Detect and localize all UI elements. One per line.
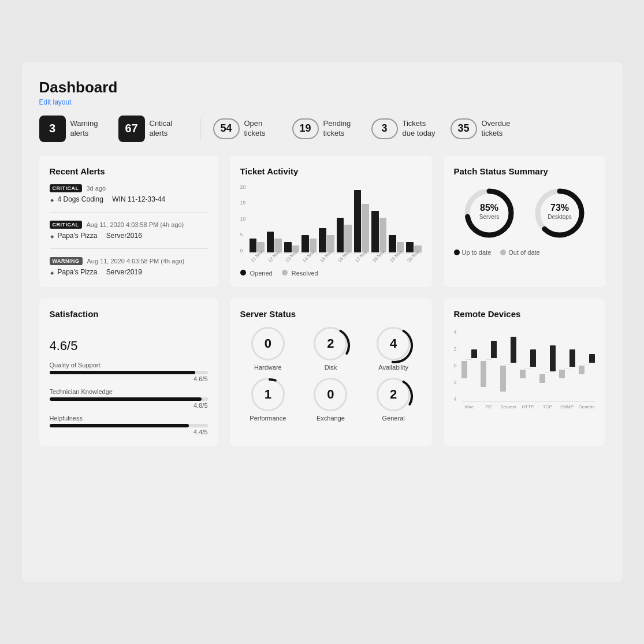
pending-tickets-stat[interactable]: 19 Pending tickets (292, 118, 361, 139)
server-status-panel: Server Status 0Hardware2Disk4Availabilit… (230, 299, 432, 446)
satisfaction-score: 4.6/5 (50, 327, 208, 356)
sat-metric-2: Helpfulness 4.4/5 (50, 415, 208, 435)
uptodate-label: Up to date (462, 249, 492, 256)
bar-resolved-6 (362, 204, 369, 252)
tick-group-8 (389, 235, 404, 252)
alert-dot-2: ⬥ (50, 267, 54, 277)
alert-client-1: Papa's Pizza (58, 232, 98, 240)
svg-point-11 (377, 378, 414, 415)
remote-col-6 (579, 329, 595, 399)
recent-alerts-title: Recent Alerts (50, 166, 208, 176)
due-count: 3 (371, 118, 398, 139)
open-label: Open tickets (244, 119, 282, 139)
due-label: Tickets due today (403, 119, 440, 139)
overdue-tickets-stat[interactable]: 35 Overdue tickets (451, 118, 519, 139)
alert-client-0: 4 Dogs Coding (58, 195, 103, 203)
server-circle-5: 2 (377, 378, 410, 411)
remote-bar-bot-5 (559, 370, 565, 378)
ticket-legend: Opened Resolved (240, 270, 422, 277)
sat-label-0: Quality of Support (50, 362, 208, 368)
alert-device-2: Server2019 (106, 268, 142, 276)
remote-y-labels: 4 2 0 2 4 (454, 327, 457, 402)
alert-dot-1: ⬥ (50, 231, 54, 240)
server-status-title: Server Status (240, 309, 422, 319)
page-title: Dashboard (39, 79, 605, 96)
patch-donuts: 85% Servers 73% Desktops (454, 184, 595, 242)
remote-col-1 (481, 329, 497, 399)
warning-count: 3 (39, 116, 66, 142)
critical-count: 67 (118, 116, 145, 142)
tick-group-2 (284, 242, 299, 252)
stats-divider-1 (200, 118, 200, 139)
bar-resolved-5 (344, 225, 352, 252)
alert-time-1: Aug 11, 2020 4:03:58 PM (4h ago) (87, 221, 184, 228)
server-circle-0: 0 (251, 327, 285, 360)
tick-group-7 (371, 211, 386, 252)
sat-bar-bg-0 (50, 371, 208, 374)
ticket-activity-title: Ticket Activity (240, 166, 422, 176)
ticket-chart (250, 185, 422, 254)
sat-value-1: 4.8/5 (50, 402, 208, 409)
svg-point-8 (314, 327, 351, 364)
server-grid: 0Hardware2Disk4Availability1Performance0… (240, 327, 422, 422)
remote-bar-bot-6 (579, 366, 585, 374)
sat-label-2: Helpfulness (50, 415, 208, 422)
remote-bar-bot-3 (520, 370, 526, 378)
desktops-donut-svg: 73% Desktops (531, 184, 589, 242)
server-circle-2: 4 (377, 327, 410, 360)
remote-bar-top-2 (511, 337, 516, 363)
tick-group-4 (319, 228, 334, 252)
remote-chart: MacPCServersHTTPTCPSNMPGeneric (461, 327, 595, 410)
alert-item-1[interactable]: CRITICAL Aug 11, 2020 4:03:58 PM (4h ago… (50, 221, 208, 249)
server-item-1: 2Disk (303, 327, 359, 371)
critical-label: Critical alerts (150, 119, 187, 139)
remote-bar-top-4 (550, 345, 556, 371)
patch-status-panel: Patch Status Summary 85% Servers 73% (444, 156, 605, 287)
bar-opened-1 (267, 232, 274, 252)
servers-donut: 85% Servers (460, 184, 518, 242)
alert-item-2[interactable]: WARNING Aug 11, 2020 4:03:58 PM (4h ago)… (50, 257, 208, 277)
alert-dot-0: ⬥ (50, 195, 54, 204)
top-panels: Recent Alerts CRITICAL 3d ago ⬥ 4 Dogs C… (39, 156, 605, 287)
remote-col-5 (559, 329, 575, 399)
ticket-activity-panel: Ticket Activity 20 15 10 5 0 11 Nov12 No… (230, 156, 432, 287)
alert-time-0: 3d ago (87, 185, 106, 192)
legend-dot-resolved (282, 270, 288, 276)
remote-devices-title: Remote Devices (454, 309, 595, 319)
sat-bar-fill-2 (50, 424, 189, 427)
patch-legend: Up to date Out of date (454, 249, 595, 256)
bar-opened-9 (406, 242, 414, 252)
server-item-5: 2General (366, 378, 422, 422)
sat-value-2: 4.4/5 (50, 429, 208, 435)
legend-resolved: Resolved (282, 270, 318, 277)
tick-group-1 (267, 232, 282, 252)
legend-dot-opened (240, 270, 246, 276)
remote-bar-bot-1 (481, 361, 486, 387)
critical-alerts-badge[interactable]: 67 Critical alerts (118, 116, 187, 142)
open-tickets-stat[interactable]: 54 Open tickets (213, 118, 282, 139)
tick-group-6 (354, 190, 369, 252)
alert-client-2: Papa's Pizza (58, 268, 98, 276)
bar-opened-5 (337, 218, 344, 252)
alert-device-1: Server2016 (106, 232, 142, 240)
server-item-2: 4Availability (366, 327, 422, 371)
warning-label: Warning alerts (70, 119, 108, 139)
remote-bar-top-0 (471, 349, 477, 358)
edit-layout-link[interactable]: Edit layout (39, 98, 72, 106)
svg-text:85%: 85% (479, 203, 498, 213)
server-circle-1: 2 (314, 327, 347, 360)
server-circle-3: 1 (251, 378, 285, 411)
outofdate-legend-dot (500, 250, 506, 255)
due-tickets-stat[interactable]: 3 Tickets due today (371, 118, 440, 139)
warning-alerts-badge[interactable]: 3 Warning alerts (39, 116, 108, 142)
alert-item-0[interactable]: CRITICAL 3d ago ⬥ 4 Dogs Coding WIN 11-1… (50, 184, 208, 213)
svg-point-10 (253, 379, 286, 413)
server-circle-4: 0 (314, 378, 347, 411)
bar-opened-8 (389, 235, 396, 252)
alert-severity-0: CRITICAL (50, 184, 82, 192)
uptodate-legend-dot (454, 250, 460, 255)
sat-bar-fill-0 (50, 371, 195, 374)
server-item-4: 0Exchange (303, 378, 359, 422)
servers-donut-svg: 85% Servers (460, 184, 518, 242)
svg-text:73%: 73% (550, 203, 568, 213)
